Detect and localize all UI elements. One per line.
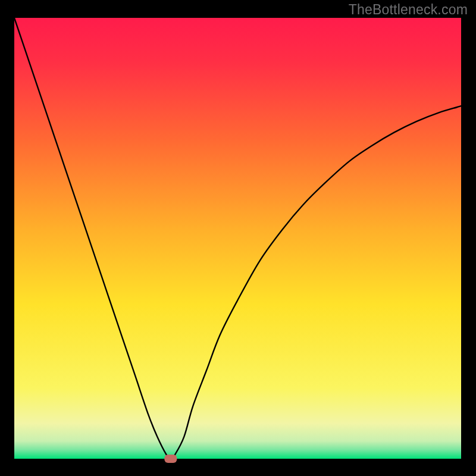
chart-svg [0, 0, 476, 476]
watermark-text: TheBottleneck.com [349, 2, 468, 18]
minimum-marker [164, 455, 177, 463]
plot-background [14, 18, 461, 459]
chart-frame: TheBottleneck.com [0, 0, 476, 476]
